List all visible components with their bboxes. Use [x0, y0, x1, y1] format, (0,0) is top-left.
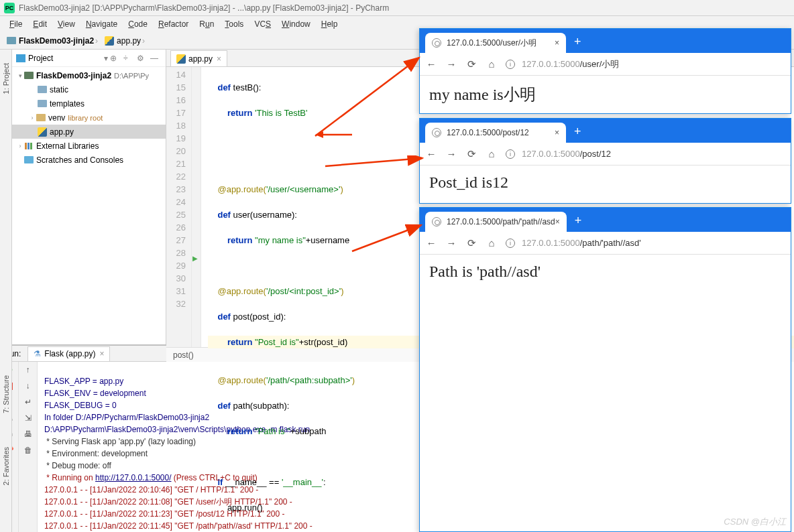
folder-icon [7, 37, 16, 44]
reload-icon[interactable]: ⟳ [465, 237, 477, 249]
menu-run[interactable]: Run [194, 18, 219, 30]
folder-icon [38, 100, 47, 107]
menu-view[interactable]: View [52, 18, 80, 30]
browser-tab[interactable]: 127.0.0.1:5000/path/'path//asd × [425, 212, 567, 232]
left-toolwindow-bar-bottom[interactable]: 7: Structure 2: Favorites [0, 342, 12, 532]
down-icon[interactable]: ↓ [23, 381, 34, 391]
browser-content: my name is小明 [420, 76, 791, 113]
breadcrumb-file[interactable]: app.py [102, 36, 149, 46]
sidebar-label-structure[interactable]: 7: Structure [2, 375, 10, 413]
menu-help[interactable]: Help [316, 18, 343, 30]
tree-root-path: D:\APP\Py [114, 72, 149, 80]
tree-item-static[interactable]: static [12, 82, 166, 96]
close-icon[interactable]: × [555, 128, 559, 137]
scroll-end-icon[interactable]: ⇲ [23, 413, 34, 423]
menu-vcs[interactable]: VCS [249, 18, 276, 30]
new-tab-button[interactable]: + [574, 35, 581, 49]
up-icon[interactable]: ↑ [23, 364, 34, 375]
globe-icon [432, 38, 441, 48]
tree-item-scratches[interactable]: Scratches and Consoles [12, 153, 166, 167]
menu-window[interactable]: Window [276, 18, 316, 30]
hide-icon[interactable]: — [150, 54, 160, 63]
project-tree[interactable]: ▾ FlaskDemo03-jinja2 D:\APP\Py static te… [12, 67, 166, 168]
pycharm-icon: PC [4, 3, 15, 13]
breadcrumb-project[interactable]: FlaskDemo03-jinja2 [4, 36, 102, 46]
forward-icon[interactable]: → [445, 58, 457, 70]
home-icon[interactable]: ⌂ [486, 148, 498, 159]
menu-navigate[interactable]: Navigate [80, 18, 123, 30]
library-icon [24, 142, 34, 150]
svg-rect-2 [30, 143, 32, 149]
watermark: CSDN @白小江 [724, 516, 786, 528]
tree-item-venv[interactable]: › venv library root [12, 111, 166, 125]
close-icon[interactable]: × [555, 38, 559, 48]
home-icon[interactable]: ⌂ [486, 237, 498, 249]
browser-content: Post_id is12 [420, 165, 791, 200]
line-gutter: 141516 171819 202122 232425 262728 29303… [166, 67, 192, 347]
print-icon[interactable]: 🖶 [23, 429, 34, 440]
sidebar-label-project[interactable]: 1: Project [2, 63, 10, 94]
address-bar[interactable]: i 127.0.0.1:5000/path/'path//asd' [506, 238, 785, 248]
tree-label: app.py [50, 127, 74, 137]
back-icon[interactable]: ← [425, 148, 437, 159]
new-tab-button[interactable]: + [574, 125, 581, 139]
tree-label: templates [50, 99, 84, 109]
address-bar[interactable]: i 127.0.0.1:5000/user/小明 [506, 58, 785, 70]
trash-icon[interactable]: 🗑 [23, 445, 34, 456]
browser-toolbar: ← → ⟳ ⌂ i 127.0.0.1:5000/user/小明 [420, 53, 791, 76]
new-tab-button[interactable]: + [575, 214, 582, 228]
project-view-title[interactable]: Project [28, 54, 102, 63]
menu-file[interactable]: File [4, 18, 27, 30]
browser-tabbar: 127.0.0.1:5000/post/12 × + [420, 119, 791, 143]
reload-icon[interactable]: ⟳ [465, 58, 477, 70]
project-view-icon [16, 54, 25, 62]
expand-arrow-icon[interactable]: › [16, 143, 24, 149]
browser-tab[interactable]: 127.0.0.1:5000/post/12 × [425, 123, 566, 143]
run-gutter-icon[interactable]: ▶ [192, 255, 198, 262]
locate-icon[interactable]: ⊕ [110, 54, 119, 63]
tree-root[interactable]: ▾ FlaskDemo03-jinja2 D:\APP\Py [12, 68, 166, 82]
browser-tab[interactable]: 127.0.0.1:5000/user/小明 × [425, 33, 566, 53]
browser-toolbar: ← → ⟳ ⌂ i 127.0.0.1:5000/post/12 [420, 143, 791, 165]
menu-refactor[interactable]: Refactor [153, 18, 194, 30]
menu-code[interactable]: Code [123, 18, 153, 30]
window-title: FlaskDemo03-jinja2 [D:\APP\Pycharm\Flask… [19, 3, 389, 13]
sidebar-label-favorites[interactable]: 2: Favorites [2, 447, 10, 485]
tree-item-templates[interactable]: templates [12, 96, 166, 111]
left-toolwindow-bar[interactable]: 1: Project [0, 50, 12, 344]
soft-wrap-icon[interactable]: ↵ [23, 397, 34, 407]
close-icon[interactable]: × [99, 349, 104, 358]
close-icon[interactable]: × [555, 217, 560, 226]
tree-item-external[interactable]: › External Libraries [12, 139, 166, 153]
close-icon[interactable]: × [217, 54, 221, 64]
editor-tab-app-py[interactable]: app.py × [170, 50, 227, 66]
expand-arrow-icon[interactable]: ▾ [16, 72, 24, 79]
python-file-icon [105, 36, 114, 46]
menu-edit[interactable]: Edit [27, 18, 52, 30]
back-icon[interactable]: ← [425, 58, 437, 70]
back-icon[interactable]: ← [425, 237, 437, 249]
editor-tab-label: app.py [188, 54, 213, 64]
reload-icon[interactable]: ⟳ [465, 148, 477, 160]
site-info-icon[interactable]: i [506, 149, 515, 159]
tree-label: static [50, 85, 68, 94]
browser-tab-label: 127.0.0.1:5000/path/'path//asd [447, 217, 555, 226]
chevron-down-icon[interactable]: ▾ [104, 54, 108, 63]
home-icon[interactable]: ⌂ [486, 58, 498, 70]
collapse-icon[interactable]: ÷ [123, 54, 133, 63]
gear-icon[interactable]: ⚙ [137, 54, 146, 63]
site-info-icon[interactable]: i [506, 239, 515, 248]
fold-gutter[interactable] [192, 67, 201, 347]
address-bar[interactable]: i 127.0.0.1:5000/post/12 [506, 149, 785, 159]
tree-label: Scratches and Consoles [36, 155, 123, 165]
breadcrumb-project-label: FlaskDemo03-jinja2 [19, 36, 94, 46]
tree-item-app-py[interactable]: app.py [12, 125, 166, 139]
tree-root-label: FlaskDemo03-jinja2 [36, 71, 111, 80]
browser-window-3: 127.0.0.1:5000/path/'path//asd × + ← → ⟳… [419, 207, 791, 532]
menu-tools[interactable]: Tools [219, 18, 249, 30]
expand-arrow-icon[interactable]: › [28, 115, 36, 121]
site-info-icon[interactable]: i [506, 60, 515, 69]
run-tab[interactable]: ⚗ Flask (app.py) × [27, 346, 110, 361]
forward-icon[interactable]: → [445, 237, 457, 249]
forward-icon[interactable]: → [445, 148, 457, 159]
